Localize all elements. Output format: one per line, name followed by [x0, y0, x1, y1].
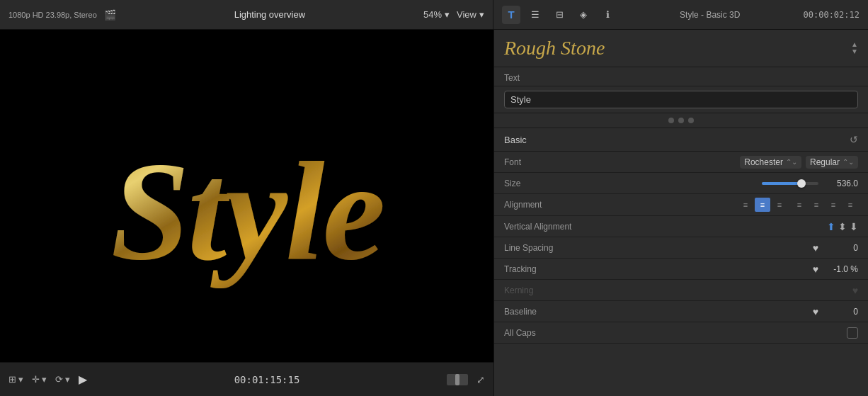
preview-area: Style ⊞ ▾ ✛ ▾ ⟳ ▾ ▶ 00:01:15:15	[0, 30, 493, 396]
transform-btn[interactable]: ✛ ▾	[32, 374, 47, 385]
all-caps-controls	[596, 327, 858, 339]
style-text-svg: Style	[42, 89, 452, 301]
baseline-favorite[interactable]: ♥	[813, 306, 818, 317]
zoom-chevron-icon: ▾	[445, 9, 450, 20]
tracking-label: Tracking	[504, 264, 596, 274]
valign-bottom-btn[interactable]: ⬇	[850, 221, 858, 232]
style-input-row	[494, 86, 868, 113]
baseline-value: 0	[823, 307, 858, 317]
inspector-panel: Rough Stone ▲ ▼ Text Basic ↺ Font	[493, 30, 868, 396]
sequence-title: Lighting overview	[123, 9, 416, 20]
alignment-label: Alignment	[504, 200, 596, 210]
speed-arrow: ▾	[65, 374, 70, 385]
justify-group: ≡ ≡ ≡ ≡	[792, 198, 858, 212]
font-style-arrow: ⌃⌄	[843, 158, 854, 166]
line-spacing-controls: ♥ 0	[596, 242, 858, 254]
tracking-controls: ♥ -1.0 %	[596, 264, 858, 275]
film-inspector-icon[interactable]: ⊟	[550, 6, 569, 24]
font-style-picker[interactable]: Regular ⌃⌄	[806, 156, 858, 169]
scrubber-area[interactable]	[447, 374, 468, 385]
view-mode-btn[interactable]: ⊞ ▾	[8, 374, 23, 385]
info-inspector-icon[interactable]: ℹ	[598, 6, 617, 24]
size-controls: 536.0	[596, 179, 858, 188]
scrubber-bar[interactable]	[447, 374, 468, 385]
disclosure-button[interactable]: ▲ ▼	[851, 42, 858, 55]
kerning-row: Kerning ♥	[494, 280, 868, 301]
size-row: Size 536.0	[494, 173, 868, 194]
chevron-down-icon: ▼	[851, 49, 858, 55]
vertical-alignment-controls: ⬆ ⬍ ⬇	[596, 221, 858, 232]
valign-middle-btn[interactable]: ⬍	[838, 221, 847, 232]
text-inspector-icon[interactable]: T	[502, 6, 520, 24]
zoom-control[interactable]: 54% ▾	[423, 9, 450, 20]
top-bar: 1080p HD 23.98p, Stereo 🎬 Lighting overv…	[0, 0, 868, 30]
valign-top-btn[interactable]: ⬆	[827, 221, 835, 232]
font-family-picker[interactable]: Rochester ⌃⌄	[740, 156, 801, 169]
baseline-label: Baseline	[504, 307, 596, 317]
justify-all-btn[interactable]: ≡	[843, 198, 858, 212]
justify-right-btn[interactable]: ≡	[826, 198, 841, 212]
tracking-row: Tracking ♥ -1.0 %	[494, 259, 868, 280]
top-bar-right: T ☰ ⊟ ◈ ℹ Style - Basic 3D 00:00:02:12	[493, 0, 868, 29]
chevron-up-icon: ▲	[851, 42, 858, 47]
justify-center-btn[interactable]: ≡	[809, 198, 824, 212]
video-info: 1080p HD 23.98p, Stereo	[8, 11, 97, 19]
clapper-icon: 🎬	[104, 9, 116, 21]
fullscreen-button[interactable]: ⤢	[476, 374, 485, 385]
vertical-alignment-row: Vertical Alignment ⬆ ⬍ ⬇	[494, 216, 868, 237]
alignment-row: Alignment ≡ ≡ ≡ ≡ ≡ ≡ ≡	[494, 194, 868, 216]
all-caps-label: All Caps	[504, 328, 596, 338]
align-right-btn[interactable]: ≡	[772, 198, 787, 212]
size-label: Size	[504, 179, 596, 188]
speed-icon: ⟳	[55, 374, 63, 385]
align-left-btn[interactable]: ≡	[738, 198, 753, 212]
line-spacing-favorite[interactable]: ♥	[813, 242, 818, 254]
justify-left-btn[interactable]: ≡	[792, 198, 807, 212]
timecode-display: 00:00:02:12	[804, 10, 860, 20]
all-caps-checkbox[interactable]	[847, 327, 858, 339]
align-inspector-icon[interactable]: ☰	[526, 6, 544, 24]
rough-stone-header: Rough Stone ▲ ▼	[494, 30, 868, 67]
vertical-alignment-label: Vertical Alignment	[504, 222, 596, 232]
inspector-icons: T ☰ ⊟ ◈ ℹ	[502, 6, 617, 24]
preview-controls: ⊞ ▾ ✛ ▾ ⟳ ▾ ▶ 00:01:15:15 ⤢	[0, 362, 493, 396]
tracking-value: -1.0 %	[823, 264, 858, 274]
zoom-value: 54%	[423, 9, 442, 20]
size-slider[interactable]	[762, 182, 818, 185]
kerning-controls: ♥	[596, 285, 858, 296]
preview-canvas: Style	[0, 30, 493, 362]
kerning-label: Kerning	[504, 285, 596, 295]
kerning-favorite[interactable]: ♥	[852, 285, 858, 296]
line-spacing-label: Line Spacing	[504, 243, 596, 253]
filter-inspector-icon[interactable]: ◈	[574, 6, 593, 24]
top-bar-left: 1080p HD 23.98p, Stereo 🎬 Lighting overv…	[0, 0, 493, 29]
style-input[interactable]	[504, 91, 858, 108]
reset-button[interactable]: ↺	[850, 134, 858, 145]
scrubber-handle	[455, 374, 459, 385]
view-chevron-icon: ▾	[479, 9, 484, 20]
play-button[interactable]: ▶	[79, 373, 87, 386]
font-family-value: Rochester	[744, 157, 783, 167]
size-slider-fill	[762, 182, 801, 185]
font-row: Font Rochester ⌃⌄ Regular ⌃⌄	[494, 152, 868, 173]
dot-1	[668, 118, 674, 123]
baseline-controls: ♥ 0	[596, 306, 858, 317]
tracking-favorite[interactable]: ♥	[813, 264, 818, 275]
font-family-arrow: ⌃⌄	[786, 158, 797, 166]
line-spacing-value: 0	[823, 243, 858, 253]
line-spacing-row: Line Spacing ♥ 0	[494, 237, 868, 259]
view-control[interactable]: View ▾	[457, 9, 484, 20]
style-label: Style - Basic 3D	[680, 10, 740, 20]
alignment-group: ≡ ≡ ≡	[738, 198, 787, 212]
speed-btn[interactable]: ⟳ ▾	[55, 374, 70, 385]
text-label: Text	[504, 73, 520, 83]
view-mode-icon: ⊞	[8, 374, 16, 385]
view-label: View	[457, 9, 476, 20]
rough-stone-title: Rough Stone	[504, 37, 605, 60]
dot-2	[678, 118, 684, 123]
font-style-value: Regular	[810, 157, 840, 167]
align-center-btn[interactable]: ≡	[755, 198, 770, 212]
text-section-label: Text	[494, 67, 868, 86]
transform-icon: ✛	[32, 374, 40, 385]
all-caps-row: All Caps	[494, 322, 868, 344]
